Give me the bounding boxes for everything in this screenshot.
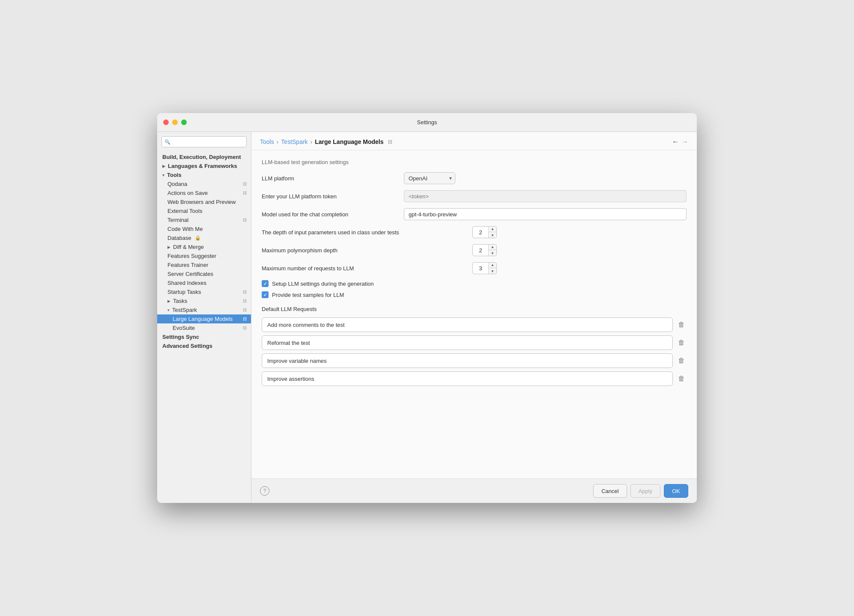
chevron-right-icon: ▶ (167, 245, 170, 249)
provide-samples-row: Provide test samples for LLM (262, 291, 687, 298)
settings-icon: ⊟ (243, 217, 247, 223)
request-item-2: 🗑 (262, 335, 687, 350)
request-input-1[interactable] (262, 317, 673, 332)
minimize-button[interactable] (172, 120, 178, 125)
sidebar-item-label: Qodana (167, 181, 187, 187)
sidebar-item-evosuite[interactable]: EvoSuite ⊟ (157, 323, 251, 332)
breadcrumb-sep2: › (311, 138, 313, 145)
ok-button[interactable]: OK (664, 484, 688, 498)
llm-platform-label: LLM platform (262, 175, 399, 182)
depth-input-row: The depth of input parameters used in cl… (262, 226, 687, 238)
sidebar-item-build-execution[interactable]: Build, Execution, Deployment (157, 153, 251, 161)
sidebar-item-label: Server Certificates (167, 271, 213, 277)
breadcrumb: Tools › TestSpark › Large Language Model… (260, 138, 392, 145)
max-requests-label: Maximum number of requests to LLM (262, 265, 467, 272)
setup-llm-row: Setup LLM settings during the generation (262, 280, 687, 287)
depth-spinner-buttons: ▲ ▼ (488, 226, 496, 238)
sidebar-item-web-browsers[interactable]: Web Browsers and Preview (157, 197, 251, 206)
window-controls (163, 120, 187, 125)
setup-llm-checkbox[interactable] (262, 280, 269, 287)
sidebar-item-label: Tools (167, 172, 182, 178)
cancel-button[interactable]: Cancel (593, 484, 627, 498)
sidebar-item-actions-on-save[interactable]: Actions on Save ⊟ (157, 188, 251, 197)
chevron-right-icon: ▶ (167, 299, 170, 303)
back-arrow[interactable]: ← (672, 138, 679, 146)
request-input-2[interactable] (262, 335, 673, 350)
depth-decrement[interactable]: ▼ (489, 232, 496, 238)
sidebar-item-startup-tasks[interactable]: Startup Tasks ⊟ (157, 287, 251, 296)
sidebar-item-server-certificates[interactable]: Server Certificates (157, 269, 251, 278)
llm-token-input[interactable] (404, 190, 687, 202)
llm-platform-select-wrapper: OpenAI (404, 172, 455, 184)
sidebar-item-settings-sync[interactable]: Settings Sync (157, 332, 251, 341)
sidebar-item-tasks[interactable]: ▶ Tasks ⊟ (157, 296, 251, 305)
polymorphism-spinner: ▲ ▼ (472, 244, 497, 256)
forward-arrow[interactable]: → (681, 138, 688, 146)
llm-platform-select[interactable]: OpenAI (404, 172, 455, 184)
provide-samples-label: Provide test samples for LLM (272, 292, 344, 298)
content-area: 🔍 Build, Execution, Deployment ▶ Languag… (157, 132, 697, 503)
window-title: Settings (417, 119, 437, 126)
breadcrumb-settings-icon: ⊟ (388, 139, 392, 145)
polymorphism-increment[interactable]: ▲ (489, 244, 496, 250)
depth-value[interactable] (473, 229, 488, 236)
settings-window: Settings 🔍 Build, Execution, Deployment … (157, 113, 697, 503)
sidebar-item-qodana[interactable]: Qodana ⊟ (157, 179, 251, 188)
request-item-3: 🗑 (262, 353, 687, 368)
main-panel: Tools › TestSpark › Large Language Model… (251, 132, 697, 503)
request-input-3[interactable] (262, 353, 673, 368)
sidebar-item-external-tools[interactable]: External Tools (157, 206, 251, 215)
panel-header: Tools › TestSpark › Large Language Model… (251, 132, 697, 150)
sidebar-item-terminal[interactable]: Terminal ⊟ (157, 215, 251, 224)
sidebar-item-testspark[interactable]: ▾ TestSpark ⊟ (157, 305, 251, 314)
delete-request-2[interactable]: 🗑 (676, 337, 687, 348)
breadcrumb-sep1: › (277, 138, 279, 145)
depth-increment[interactable]: ▲ (489, 226, 496, 232)
delete-request-4[interactable]: 🗑 (676, 373, 687, 384)
provide-samples-checkbox[interactable] (262, 291, 269, 298)
sidebar-item-label: Terminal (167, 217, 188, 223)
sidebar-item-languages-frameworks[interactable]: ▶ Languages & Frameworks (157, 161, 251, 170)
default-llm-requests-title: Default LLM Requests (262, 306, 687, 312)
search-input[interactable] (161, 136, 247, 147)
close-button[interactable] (163, 120, 169, 125)
max-polymorphism-label: Maximum polymorphism depth (262, 247, 467, 254)
polymorphism-value[interactable] (473, 247, 488, 254)
sidebar-item-advanced-settings[interactable]: Advanced Settings (157, 341, 251, 350)
polymorphism-decrement[interactable]: ▼ (489, 250, 496, 256)
delete-request-3[interactable]: 🗑 (676, 355, 687, 366)
sidebar-item-database[interactable]: Database 🔒 (157, 233, 251, 242)
sidebar-item-label: Features Trainer (167, 262, 208, 268)
apply-button[interactable]: Apply (630, 484, 661, 498)
maximize-button[interactable] (181, 120, 187, 125)
chat-model-row: Model used for the chat completion (262, 208, 687, 220)
sidebar-item-features-suggester[interactable]: Features Suggester (157, 251, 251, 260)
sidebar-item-features-trainer[interactable]: Features Trainer (157, 260, 251, 269)
sidebar-item-tools[interactable]: ▾ Tools (157, 170, 251, 179)
request-input-4[interactable] (262, 371, 673, 386)
chat-model-input[interactable] (404, 208, 687, 220)
settings-icon: ⊟ (243, 316, 247, 322)
sidebar-item-shared-indexes[interactable]: Shared Indexes (157, 278, 251, 287)
sidebar-item-diff-merge[interactable]: ▶ Diff & Merge (157, 242, 251, 251)
breadcrumb-testspark[interactable]: TestSpark (281, 138, 308, 145)
lock-icon: 🔒 (195, 235, 201, 241)
sidebar-item-code-with-me[interactable]: Code With Me (157, 224, 251, 233)
requests-value[interactable] (473, 265, 488, 272)
requests-increment[interactable]: ▲ (489, 262, 496, 268)
requests-spinner-buttons: ▲ ▼ (488, 262, 496, 274)
action-buttons: Cancel Apply OK (593, 484, 688, 498)
nav-arrows: ← → (672, 138, 688, 146)
delete-request-1[interactable]: 🗑 (676, 319, 687, 330)
llm-platform-row: LLM platform OpenAI (262, 172, 687, 184)
requests-decrement[interactable]: ▼ (489, 268, 496, 274)
sidebar-item-label: Shared Indexes (167, 280, 206, 286)
sidebar-item-large-language-models[interactable]: Large Language Models ⊟ (157, 314, 251, 323)
sidebar-item-label: External Tools (167, 208, 202, 214)
max-polymorphism-row: Maximum polymorphism depth ▲ ▼ (262, 244, 687, 256)
max-requests-row: Maximum number of requests to LLM ▲ ▼ (262, 262, 687, 274)
breadcrumb-tools[interactable]: Tools (260, 138, 274, 145)
sidebar-item-label: Settings Sync (162, 334, 199, 340)
help-button[interactable]: ? (260, 486, 269, 496)
depth-input-label: The depth of input parameters used in cl… (262, 229, 467, 236)
